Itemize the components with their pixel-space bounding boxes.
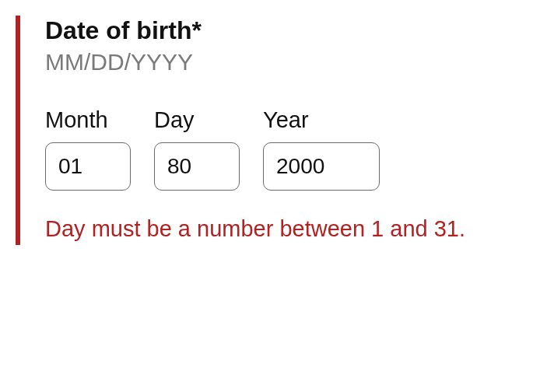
year-label: Year (263, 107, 380, 133)
fieldset-legend: Date of birth* (45, 16, 514, 45)
month-label: Month (45, 107, 131, 133)
day-input[interactable] (154, 142, 240, 191)
date-of-birth-fieldset: Date of birth* MM/DD/YYYY Month Day Year… (16, 16, 514, 245)
error-message: Day must be a number between 1 and 31. (45, 214, 481, 244)
date-inputs-row: Month Day Year (45, 107, 514, 191)
format-hint: MM/DD/YYYY (45, 48, 514, 76)
year-field-group: Year (263, 107, 380, 191)
year-input[interactable] (263, 142, 380, 191)
day-label: Day (154, 107, 240, 133)
month-field-group: Month (45, 107, 131, 191)
month-input[interactable] (45, 142, 131, 191)
day-field-group: Day (154, 107, 240, 191)
